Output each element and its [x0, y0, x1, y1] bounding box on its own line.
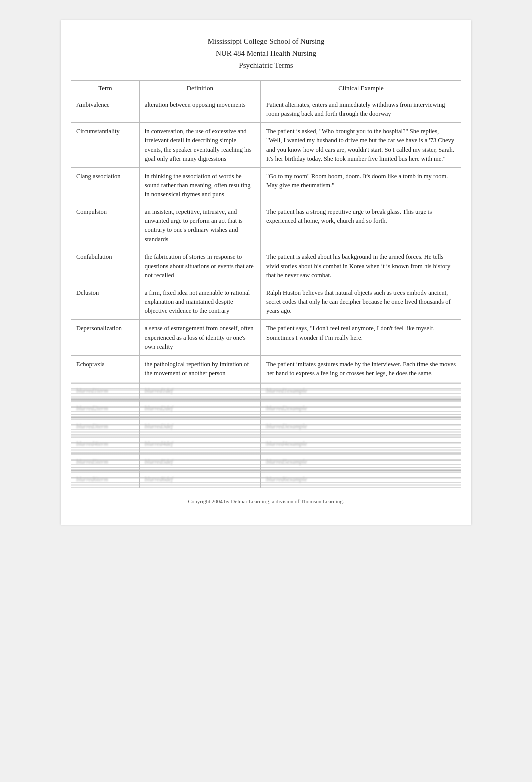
header-line1: Mississippi College School of Nursing [71, 35, 461, 47]
main-table: Term Definition Clinical Example Ambival… [71, 80, 461, 488]
cell-term: Confabulation [71, 248, 140, 284]
table-row: Echopraxiathe pathological repetition by… [71, 355, 461, 382]
cell-example: The patient imitates gestures made by th… [260, 355, 461, 382]
col-header-term: Term [71, 81, 140, 96]
page-header: Mississippi College School of Nursing NU… [71, 35, 461, 71]
col-header-definition: Definition [139, 81, 260, 96]
page-container: Mississippi College School of Nursing NU… [61, 20, 471, 525]
cell-example: The patient says, "I don't feel real any… [260, 320, 461, 355]
cell-example: The patient is asked, "Who brought you t… [260, 123, 461, 168]
cell-definition: a firm, fixed idea not amenable to ratio… [139, 284, 260, 320]
cell-example: The patient has a strong repetitive urge… [260, 203, 461, 248]
header-line3: Psychiatric Terms [71, 59, 461, 71]
cell-definition: an insistent, repetitive, intrusive, and… [139, 203, 260, 248]
table-row: blurred4termblurred4defblurred4example [71, 435, 461, 453]
header-line2: NUR 484 Mental Health Nursing [71, 47, 461, 59]
cell-example: Patient alternates, enters and immediate… [260, 96, 461, 123]
table-row: blurred3termblurred3defblurred3example [71, 417, 461, 435]
table-row: Delusiona firm, fixed idea not amenable … [71, 284, 461, 320]
cell-term: Echopraxia [71, 355, 140, 382]
footer-note: Copyright 2004 by Delmar Learning, a div… [71, 498, 461, 504]
cell-example: The patient is asked about his backgroun… [260, 248, 461, 284]
cell-definition: the fabrication of stories in response t… [139, 248, 260, 284]
cell-definition: the pathological repetition by imitation… [139, 355, 260, 382]
table-row: Clang associationin thinking the associa… [71, 167, 461, 203]
table-row: blurred6termblurred6defblurred6example [71, 470, 461, 488]
table-row: blurred2termblurred2defblurred2example [71, 400, 461, 417]
table-row: blurred1termblurred1defblurred1example [71, 382, 461, 400]
col-header-example: Clinical Example [260, 81, 461, 96]
table-row: Confabulationthe fabrication of stories … [71, 248, 461, 284]
cell-example: "Go to my room" Room boom, doom. It's do… [260, 167, 461, 203]
cell-definition: a sense of estrangement from oneself, of… [139, 320, 260, 355]
cell-term: Ambivalence [71, 96, 140, 123]
cell-definition: in thinking the association of words be … [139, 167, 260, 203]
cell-term: Clang association [71, 167, 140, 203]
table-row: Depersonalizationa sense of estrangement… [71, 320, 461, 355]
table-row: Ambivalencealteration between opposing m… [71, 96, 461, 123]
cell-term: Compulsion [71, 203, 140, 248]
cell-example: Ralph Huston believes that natural objec… [260, 284, 461, 320]
table-row: blurred5termblurred5defblurred5example [71, 453, 461, 470]
cell-term: Delusion [71, 284, 140, 320]
cell-term: Circumstantiality [71, 123, 140, 168]
cell-term: Depersonalization [71, 320, 140, 355]
table-row: Compulsionan insistent, repetitive, intr… [71, 203, 461, 248]
cell-definition: in conversation, the use of excessive an… [139, 123, 260, 168]
table-row: Circumstantialityin conversation, the us… [71, 123, 461, 168]
cell-definition: alteration between opposing movements [139, 96, 260, 123]
